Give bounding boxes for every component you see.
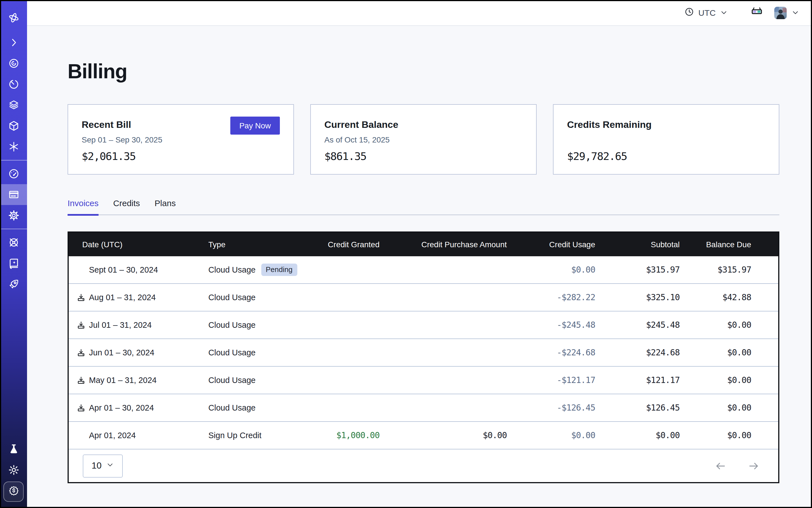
col-credit-granted: Credit Granted: [311, 232, 380, 256]
credit-usage-value: -$126.45: [507, 394, 595, 422]
invoice-type: Cloud Usage: [208, 348, 256, 357]
sidebar-item-docs[interactable]: [0, 253, 27, 274]
download-invoice-icon[interactable]: [77, 348, 86, 357]
sidebar-item-history[interactable]: [0, 74, 27, 95]
credit-granted-value: [311, 256, 380, 284]
balance-due-value: $0.00: [680, 422, 778, 449]
table-footer: 10: [69, 449, 778, 482]
sidebar-item-labs[interactable]: [0, 439, 27, 460]
invoice-row: Aug 01 – 31, 2024Cloud Usage-$282.22$325…: [69, 284, 778, 311]
sidebar-item-usage[interactable]: [0, 163, 27, 184]
page-title: Billing: [68, 59, 812, 83]
invoice-row: Apr 01, 2024Sign Up Credit$1,000.00$0.00…: [69, 422, 778, 449]
credit-purchase-value: [380, 339, 507, 366]
chevron-down-icon: [720, 8, 728, 17]
account-menu[interactable]: [774, 6, 800, 19]
credit-granted-value: [311, 284, 380, 311]
topbar: UTC: [27, 0, 812, 26]
invoice-date: Apr 01 – 30, 2024: [89, 403, 154, 412]
subtotal-value: $245.48: [595, 311, 680, 339]
sidebar-divider: [0, 229, 27, 229]
col-type: Type: [208, 232, 311, 256]
col-credit-usage: Credit Usage: [507, 232, 595, 256]
layers-icon: [8, 99, 19, 111]
avatar[interactable]: [774, 6, 787, 19]
invoice-type: Cloud Usage: [208, 321, 256, 330]
sidebar-item-expand-sidebar[interactable]: [0, 32, 27, 53]
pagination-controls: [715, 460, 764, 472]
download-invoice-icon[interactable]: [77, 293, 86, 302]
credit-purchase-value: [380, 256, 507, 284]
flask-icon: [8, 443, 19, 455]
billing-tabs: Invoices Credits Plans: [68, 193, 779, 215]
cube-icon: [8, 120, 19, 132]
prev-page-button[interactable]: [715, 460, 726, 472]
invoice-row: May 01 – 31, 2024Cloud Usage-$121.17$121…: [69, 366, 778, 394]
invoices-table: Date (UTC) Type Credit Granted Credit Pu…: [68, 231, 779, 483]
sidebar-item-credits[interactable]: [3, 481, 24, 502]
timezone-selector[interactable]: UTC: [684, 7, 728, 18]
invoice-row: Jun 01 – 30, 2024Cloud Usage-$224.68$224…: [69, 339, 778, 366]
invoice-date: Jul 01 – 31, 2024: [89, 321, 152, 330]
summary-cards: Recent Bill Sep 01 – Sep 30, 2025 $2,061…: [68, 104, 779, 175]
sidebar-item-community[interactable]: [0, 232, 27, 253]
sidebar-item-logo[interactable]: [0, 6, 27, 29]
tab-invoices[interactable]: Invoices: [68, 193, 98, 215]
credit-granted-value: $1,000.00: [311, 422, 380, 449]
card-subtitle: As of Oct 15, 2025: [324, 135, 522, 144]
balance-due-value: $0.00: [680, 394, 778, 422]
download-invoice-icon[interactable]: [77, 321, 86, 330]
invoice-row: Sept 01 – 30, 2024Cloud UsagePending$0.0…: [69, 256, 778, 284]
gear-icon: [8, 210, 19, 221]
credit-usage-value: $0.00: [507, 422, 595, 449]
subtotal-value: $121.17: [595, 366, 680, 394]
subtotal-value: $224.68: [595, 339, 680, 366]
sidebar-item-deployments[interactable]: [0, 116, 27, 136]
billing-icon: [8, 189, 19, 201]
timezone-label: UTC: [698, 8, 716, 17]
chevron-right-icon: [8, 37, 19, 48]
credit-granted-value: [311, 366, 380, 394]
credit-purchase-value: $0.00: [380, 422, 507, 449]
sidebar-item-theme-toggle[interactable]: [0, 460, 27, 480]
current-balance-card: Current Balance As of Oct 15, 2025 $861.…: [310, 104, 537, 175]
invoice-type: Cloud Usage: [208, 376, 256, 385]
col-credit-purchase: Credit Purchase Amount: [380, 232, 507, 256]
sidebar-item-layers[interactable]: [0, 95, 27, 116]
sidebar-item-quickstart[interactable]: [0, 274, 27, 295]
invoice-type: Cloud Usage: [208, 293, 256, 302]
credits-remaining-amount: $29,782.65: [567, 150, 627, 162]
download-invoice-icon[interactable]: [77, 403, 86, 412]
next-page-button[interactable]: [748, 460, 760, 472]
logo-icon: [8, 11, 19, 24]
sun-icon: [8, 464, 19, 476]
credit-usage-value: -$121.17: [507, 366, 595, 394]
col-subtotal: Subtotal: [595, 232, 680, 256]
card-title: Credits Remaining: [567, 119, 765, 131]
download-invoice-icon[interactable]: [77, 376, 86, 385]
tab-credits[interactable]: Credits: [113, 193, 140, 215]
chevron-down-icon: [791, 8, 800, 17]
credit-usage-value: -$282.22: [507, 284, 595, 311]
balance-due-value: $0.00: [680, 311, 778, 339]
invoice-type: Sign Up Credit: [208, 431, 262, 440]
sidebar-item-services[interactable]: [0, 136, 27, 157]
invoice-date: Apr 01, 2024: [89, 431, 136, 440]
balance-due-value: $42.88: [680, 284, 778, 311]
tab-plans[interactable]: Plans: [155, 193, 176, 215]
subtotal-value: $126.45: [595, 394, 680, 422]
pay-now-button[interactable]: Pay Now: [230, 117, 280, 135]
status-badge: Pending: [261, 263, 297, 276]
dollar-badge-icon: [8, 484, 19, 499]
asterisk-icon: [8, 141, 19, 153]
book-icon: [8, 257, 19, 269]
3d-glasses-icon[interactable]: [751, 5, 763, 20]
monitor-icon: [8, 57, 19, 69]
download-slot-empty: [77, 431, 86, 440]
sidebar-item-settings[interactable]: [0, 205, 27, 226]
sidebar-item-billing[interactable]: [0, 184, 27, 205]
sidebar-item-monitoring[interactable]: [0, 53, 27, 74]
download-slot-empty: [77, 265, 86, 274]
invoice-date: Sept 01 – 30, 2024: [89, 265, 158, 274]
page-size-select[interactable]: 10: [83, 454, 123, 477]
